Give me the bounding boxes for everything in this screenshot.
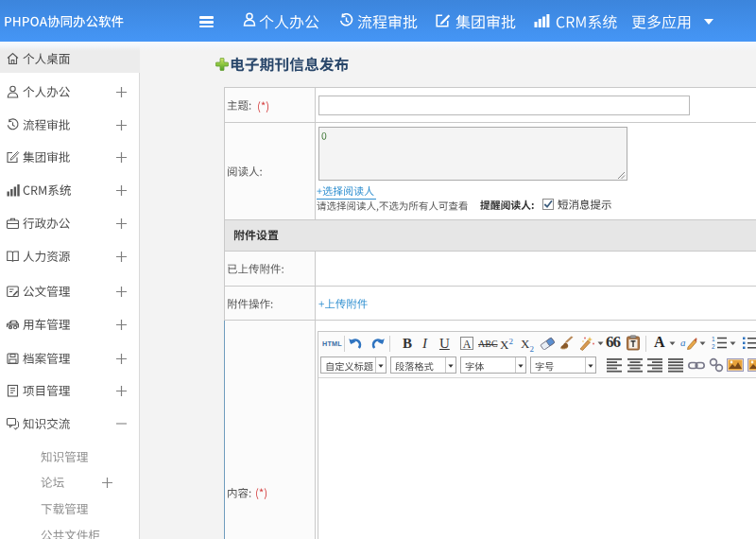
svg-text:a: a bbox=[680, 337, 686, 348]
svg-text:1: 1 bbox=[712, 336, 715, 342]
svg-text:2: 2 bbox=[712, 343, 715, 350]
